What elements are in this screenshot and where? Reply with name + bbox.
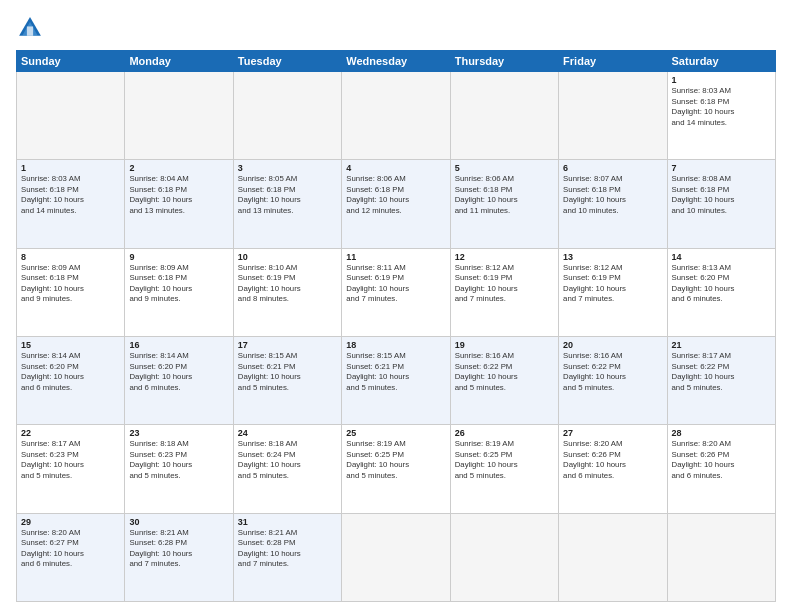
calendar-cell: 15Sunrise: 8:14 AM Sunset: 6:20 PM Dayli… xyxy=(17,336,125,424)
day-info: Sunrise: 8:20 AM Sunset: 6:27 PM Dayligh… xyxy=(21,528,120,570)
calendar-cell: 1Sunrise: 8:03 AM Sunset: 6:18 PM Daylig… xyxy=(667,72,775,160)
day-info: Sunrise: 8:14 AM Sunset: 6:20 PM Dayligh… xyxy=(21,351,120,393)
calendar-cell xyxy=(667,513,775,601)
day-info: Sunrise: 8:12 AM Sunset: 6:19 PM Dayligh… xyxy=(563,263,662,305)
day-info: Sunrise: 8:16 AM Sunset: 6:22 PM Dayligh… xyxy=(455,351,554,393)
calendar-cell: 19Sunrise: 8:16 AM Sunset: 6:22 PM Dayli… xyxy=(450,336,558,424)
day-number: 20 xyxy=(563,340,662,350)
calendar-cell: 30Sunrise: 8:21 AM Sunset: 6:28 PM Dayli… xyxy=(125,513,233,601)
calendar-table: SundayMondayTuesdayWednesdayThursdayFrid… xyxy=(16,50,776,602)
day-number: 23 xyxy=(129,428,228,438)
calendar-cell: 13Sunrise: 8:12 AM Sunset: 6:19 PM Dayli… xyxy=(559,248,667,336)
calendar-cell xyxy=(17,72,125,160)
day-info: Sunrise: 8:15 AM Sunset: 6:21 PM Dayligh… xyxy=(346,351,445,393)
day-info: Sunrise: 8:16 AM Sunset: 6:22 PM Dayligh… xyxy=(563,351,662,393)
day-number: 14 xyxy=(672,252,771,262)
day-number: 18 xyxy=(346,340,445,350)
calendar-cell xyxy=(342,72,450,160)
day-info: Sunrise: 8:20 AM Sunset: 6:26 PM Dayligh… xyxy=(563,439,662,481)
day-info: Sunrise: 8:06 AM Sunset: 6:18 PM Dayligh… xyxy=(455,174,554,216)
calendar-week-row: 22Sunrise: 8:17 AM Sunset: 6:23 PM Dayli… xyxy=(17,425,776,513)
calendar-cell: 28Sunrise: 8:20 AM Sunset: 6:26 PM Dayli… xyxy=(667,425,775,513)
calendar-week-row: 15Sunrise: 8:14 AM Sunset: 6:20 PM Dayli… xyxy=(17,336,776,424)
calendar-cell: 12Sunrise: 8:12 AM Sunset: 6:19 PM Dayli… xyxy=(450,248,558,336)
calendar-cell: 7Sunrise: 8:08 AM Sunset: 6:18 PM Daylig… xyxy=(667,160,775,248)
calendar-cell: 10Sunrise: 8:10 AM Sunset: 6:19 PM Dayli… xyxy=(233,248,341,336)
day-number: 7 xyxy=(672,163,771,173)
day-number: 16 xyxy=(129,340,228,350)
calendar-cell: 5Sunrise: 8:06 AM Sunset: 6:18 PM Daylig… xyxy=(450,160,558,248)
calendar-cell: 6Sunrise: 8:07 AM Sunset: 6:18 PM Daylig… xyxy=(559,160,667,248)
day-number: 29 xyxy=(21,517,120,527)
logo-icon xyxy=(16,14,44,42)
calendar-cell: 17Sunrise: 8:15 AM Sunset: 6:21 PM Dayli… xyxy=(233,336,341,424)
day-number: 28 xyxy=(672,428,771,438)
day-number: 31 xyxy=(238,517,337,527)
day-info: Sunrise: 8:14 AM Sunset: 6:20 PM Dayligh… xyxy=(129,351,228,393)
day-info: Sunrise: 8:08 AM Sunset: 6:18 PM Dayligh… xyxy=(672,174,771,216)
day-info: Sunrise: 8:18 AM Sunset: 6:24 PM Dayligh… xyxy=(238,439,337,481)
calendar-cell: 2Sunrise: 8:04 AM Sunset: 6:18 PM Daylig… xyxy=(125,160,233,248)
day-header-thursday: Thursday xyxy=(450,51,558,72)
calendar-cell: 9Sunrise: 8:09 AM Sunset: 6:18 PM Daylig… xyxy=(125,248,233,336)
calendar-cell: 23Sunrise: 8:18 AM Sunset: 6:23 PM Dayli… xyxy=(125,425,233,513)
calendar-header-row: SundayMondayTuesdayWednesdayThursdayFrid… xyxy=(17,51,776,72)
day-info: Sunrise: 8:05 AM Sunset: 6:18 PM Dayligh… xyxy=(238,174,337,216)
logo xyxy=(16,14,48,42)
day-number: 10 xyxy=(238,252,337,262)
calendar-cell: 25Sunrise: 8:19 AM Sunset: 6:25 PM Dayli… xyxy=(342,425,450,513)
day-number: 25 xyxy=(346,428,445,438)
calendar-cell: 20Sunrise: 8:16 AM Sunset: 6:22 PM Dayli… xyxy=(559,336,667,424)
day-header-sunday: Sunday xyxy=(17,51,125,72)
calendar-cell: 24Sunrise: 8:18 AM Sunset: 6:24 PM Dayli… xyxy=(233,425,341,513)
day-info: Sunrise: 8:06 AM Sunset: 6:18 PM Dayligh… xyxy=(346,174,445,216)
day-info: Sunrise: 8:03 AM Sunset: 6:18 PM Dayligh… xyxy=(672,86,771,128)
calendar-cell: 27Sunrise: 8:20 AM Sunset: 6:26 PM Dayli… xyxy=(559,425,667,513)
day-number: 5 xyxy=(455,163,554,173)
day-header-tuesday: Tuesday xyxy=(233,51,341,72)
day-info: Sunrise: 8:17 AM Sunset: 6:23 PM Dayligh… xyxy=(21,439,120,481)
day-number: 2 xyxy=(129,163,228,173)
day-info: Sunrise: 8:19 AM Sunset: 6:25 PM Dayligh… xyxy=(346,439,445,481)
day-info: Sunrise: 8:10 AM Sunset: 6:19 PM Dayligh… xyxy=(238,263,337,305)
day-info: Sunrise: 8:21 AM Sunset: 6:28 PM Dayligh… xyxy=(238,528,337,570)
calendar-cell xyxy=(450,72,558,160)
day-info: Sunrise: 8:03 AM Sunset: 6:18 PM Dayligh… xyxy=(21,174,120,216)
day-number: 27 xyxy=(563,428,662,438)
day-number: 12 xyxy=(455,252,554,262)
day-info: Sunrise: 8:18 AM Sunset: 6:23 PM Dayligh… xyxy=(129,439,228,481)
day-number: 15 xyxy=(21,340,120,350)
day-number: 1 xyxy=(672,75,771,85)
calendar-cell: 29Sunrise: 8:20 AM Sunset: 6:27 PM Dayli… xyxy=(17,513,125,601)
calendar-cell: 3Sunrise: 8:05 AM Sunset: 6:18 PM Daylig… xyxy=(233,160,341,248)
day-number: 19 xyxy=(455,340,554,350)
header xyxy=(16,14,776,42)
day-info: Sunrise: 8:12 AM Sunset: 6:19 PM Dayligh… xyxy=(455,263,554,305)
calendar-cell: 11Sunrise: 8:11 AM Sunset: 6:19 PM Dayli… xyxy=(342,248,450,336)
calendar-week-row: 1Sunrise: 8:03 AM Sunset: 6:18 PM Daylig… xyxy=(17,160,776,248)
calendar-cell: 16Sunrise: 8:14 AM Sunset: 6:20 PM Dayli… xyxy=(125,336,233,424)
calendar-cell xyxy=(559,72,667,160)
day-number: 30 xyxy=(129,517,228,527)
day-number: 4 xyxy=(346,163,445,173)
day-number: 11 xyxy=(346,252,445,262)
day-header-friday: Friday xyxy=(559,51,667,72)
day-info: Sunrise: 8:17 AM Sunset: 6:22 PM Dayligh… xyxy=(672,351,771,393)
day-number: 6 xyxy=(563,163,662,173)
day-header-monday: Monday xyxy=(125,51,233,72)
day-header-saturday: Saturday xyxy=(667,51,775,72)
day-info: Sunrise: 8:11 AM Sunset: 6:19 PM Dayligh… xyxy=(346,263,445,305)
day-info: Sunrise: 8:20 AM Sunset: 6:26 PM Dayligh… xyxy=(672,439,771,481)
calendar-cell: 14Sunrise: 8:13 AM Sunset: 6:20 PM Dayli… xyxy=(667,248,775,336)
day-info: Sunrise: 8:19 AM Sunset: 6:25 PM Dayligh… xyxy=(455,439,554,481)
calendar-week-row: 1Sunrise: 8:03 AM Sunset: 6:18 PM Daylig… xyxy=(17,72,776,160)
day-header-wednesday: Wednesday xyxy=(342,51,450,72)
calendar-cell: 4Sunrise: 8:06 AM Sunset: 6:18 PM Daylig… xyxy=(342,160,450,248)
day-number: 26 xyxy=(455,428,554,438)
day-info: Sunrise: 8:09 AM Sunset: 6:18 PM Dayligh… xyxy=(21,263,120,305)
day-number: 17 xyxy=(238,340,337,350)
day-number: 9 xyxy=(129,252,228,262)
calendar-week-row: 8Sunrise: 8:09 AM Sunset: 6:18 PM Daylig… xyxy=(17,248,776,336)
calendar-cell: 8Sunrise: 8:09 AM Sunset: 6:18 PM Daylig… xyxy=(17,248,125,336)
day-number: 13 xyxy=(563,252,662,262)
